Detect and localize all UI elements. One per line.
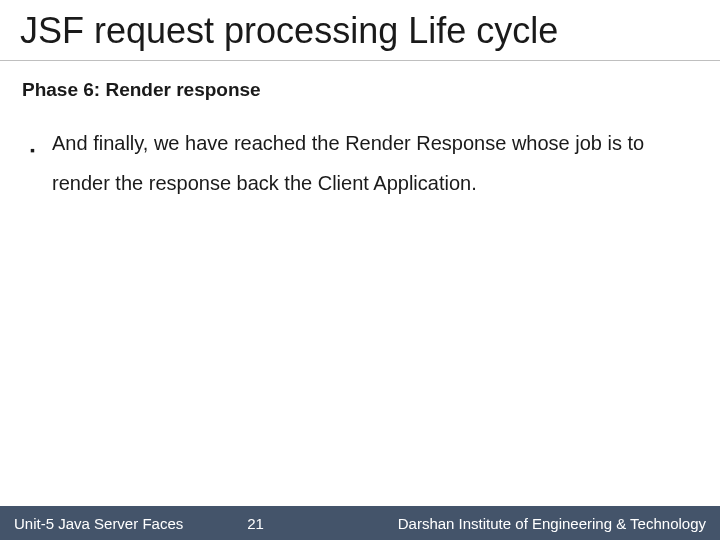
slide-title: JSF request processing Life cycle bbox=[0, 0, 720, 61]
slide-subhead: Phase 6: Render response bbox=[0, 61, 720, 101]
bullet-text: And finally, we have reached the Render … bbox=[52, 123, 690, 203]
footer-right: Darshan Institute of Engineering & Techn… bbox=[398, 515, 720, 532]
slide: JSF request processing Life cycle Phase … bbox=[0, 0, 720, 540]
slide-footer: Unit-5 Java Server Faces 21 Darshan Inst… bbox=[0, 506, 720, 540]
slide-body: ▪ And finally, we have reached the Rende… bbox=[0, 101, 720, 203]
bullet-item: ▪ And finally, we have reached the Rende… bbox=[30, 123, 690, 203]
footer-left: Unit-5 Java Server Faces bbox=[0, 515, 183, 532]
bullet-square-icon: ▪ bbox=[30, 123, 52, 164]
footer-page-number: 21 bbox=[183, 515, 398, 532]
